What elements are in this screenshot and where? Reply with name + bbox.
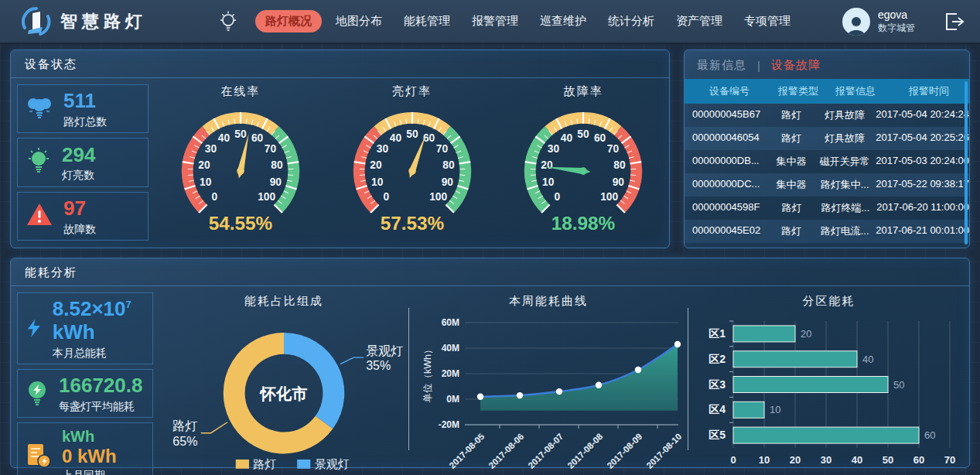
alarm-cell: 路灯集中... xyxy=(814,178,876,192)
column-header: 报警信息 xyxy=(822,84,889,98)
overflow-unit: kWh xyxy=(62,428,117,446)
svg-text:0: 0 xyxy=(730,454,736,466)
stat-label: 上月同期 xyxy=(62,469,117,475)
alarm-tabs: 最新信息|设备故障 xyxy=(685,50,969,79)
svg-text:区2: 区2 xyxy=(709,353,726,365)
svg-text:40: 40 xyxy=(218,132,230,144)
svg-text:70: 70 xyxy=(944,454,954,466)
nav-item-5[interactable]: 巡查维护 xyxy=(532,10,594,32)
tab-1[interactable]: 最新信息 xyxy=(697,58,746,73)
alarm-rows: 000000045B67路灯灯具故障2017-05-04 20:24:24000… xyxy=(685,104,969,248)
streetlight-group-icon xyxy=(26,94,53,124)
nav-item-6[interactable]: 统计分析 xyxy=(600,10,662,32)
svg-text:0: 0 xyxy=(211,191,217,203)
nav-item-2[interactable]: 地图分布 xyxy=(328,10,390,32)
alarm-panel: 最新信息|设备故障 设备编号报警类型报警信息报警时间 000000045B67路… xyxy=(684,50,970,248)
bar-title: 分区能耗 xyxy=(803,294,855,309)
gauges: 在线率 0102030405060708090100 54.55% 亮灯率 01… xyxy=(155,78,669,247)
svg-text:路灯: 路灯 xyxy=(172,419,197,432)
alarm-row[interactable]: 000000045F路灯路灯电压2017-06-06 01:00:00 xyxy=(685,243,969,248)
nav-item-4[interactable]: 报警管理 xyxy=(464,10,526,32)
alarm-cell: 000000045B67 xyxy=(685,108,769,122)
svg-text:57.53%: 57.53% xyxy=(380,213,444,234)
device-status-title: 设备状态 xyxy=(11,50,669,78)
svg-text:20M: 20M xyxy=(442,368,459,379)
svg-text:0: 0 xyxy=(383,191,389,203)
alarm-cell: 2017-06-06 01:00:00 xyxy=(876,248,969,248)
alarm-cell: 灯具故障 xyxy=(814,132,876,145)
column-header: 报警类型 xyxy=(774,84,822,98)
gauge-title: 在线率 xyxy=(220,84,260,99)
user-org: 数字城管 xyxy=(878,22,915,34)
stat-label: 路灯总数 xyxy=(63,115,107,128)
logout-icon xyxy=(943,12,965,32)
svg-text:90: 90 xyxy=(441,176,453,188)
nav-item-7[interactable]: 资产管理 xyxy=(668,10,730,32)
svg-text:18.98%: 18.98% xyxy=(551,213,616,234)
bar-chart-svg: 20 区1 40 区2 50 区3 10 区4 60 区5 0102030405… xyxy=(693,310,965,474)
user-silhouette-icon xyxy=(845,14,868,36)
stat-label: 每盏灯平均能耗 xyxy=(59,400,142,412)
svg-text:60: 60 xyxy=(913,454,924,466)
alarm-row[interactable]: 000000045B67路灯灯具故障2017-05-04 20:24:24 xyxy=(685,104,969,127)
alarm-cell: 路灯 xyxy=(769,224,814,238)
svg-text:50: 50 xyxy=(578,128,590,140)
gauge-title: 故障率 xyxy=(564,84,603,99)
gauge-chart: 0102030405060708090100 57.53% xyxy=(330,99,494,240)
svg-text:35%: 35% xyxy=(366,358,391,372)
alarm-row[interactable]: 00000004598F路灯路灯终端...2017-06-20 11:00:00 xyxy=(685,196,969,220)
stat-label: 本月总能耗 xyxy=(53,347,145,359)
alarm-row[interactable]: 00000000DC...集中器路灯集中...2017-05-22 09:38:… xyxy=(685,173,969,196)
alarm-row[interactable]: 000000046054路灯灯具故障2017-05-04 20:25:26 xyxy=(685,127,969,150)
column-header: 设备编号 xyxy=(685,84,774,98)
svg-text:20: 20 xyxy=(370,159,382,171)
energy-panel: 能耗分析 8.52×107 kWh 本月总能耗 166720.8 xyxy=(10,258,970,468)
svg-text:50: 50 xyxy=(882,454,893,466)
alarm-cell: 2017-05-04 20:24:24 xyxy=(876,108,969,122)
svg-text:单位（kWh）: 单位（kWh） xyxy=(422,345,433,403)
nav-item-3[interactable]: 能耗管理 xyxy=(396,10,458,32)
table-scrollbar[interactable] xyxy=(965,81,968,244)
svg-text:50: 50 xyxy=(406,128,418,140)
stat-month-total: 8.52×107 kWh 本月总能耗 xyxy=(17,292,153,364)
svg-text:10: 10 xyxy=(371,176,384,188)
svg-text:20: 20 xyxy=(541,159,554,171)
svg-text:10: 10 xyxy=(758,454,769,466)
pie-legend: 路灯 景观灯 xyxy=(236,457,350,470)
alarm-cell: 路灯 xyxy=(769,201,814,215)
stat-label: 故障数 xyxy=(63,223,96,235)
alarm-cell: 2017-06-20 11:00:00 xyxy=(876,201,969,215)
report-bolt-icon xyxy=(26,441,52,469)
svg-text:怀化市: 怀化市 xyxy=(258,385,307,402)
line-section: 本周能耗曲线 60M40M20M0M-20M2017-08-052017-08-… xyxy=(409,286,688,467)
svg-text:90: 90 xyxy=(613,176,625,188)
avatar[interactable] xyxy=(842,8,870,36)
energy-title: 能耗分析 xyxy=(11,258,969,286)
svg-text:100: 100 xyxy=(429,191,447,203)
pie-chart-svg: 怀化市 景观灯 35% 路灯 65% 路灯 景观灯 xyxy=(159,310,408,471)
svg-text:景观灯: 景观灯 xyxy=(366,343,403,357)
device-stat-3: 97 故障数 xyxy=(17,192,149,241)
energy-stats: 8.52×107 kWh 本月总能耗 166720.8 每盏灯平均能耗 xyxy=(11,286,159,467)
alarm-cell: 路灯 xyxy=(769,108,814,122)
alarm-cell: 000000045E02 xyxy=(685,224,769,238)
alarm-cell: 2017-05-22 09:38:17 xyxy=(876,178,969,192)
svg-text:65%: 65% xyxy=(172,434,197,448)
nav-item-8[interactable]: 专项管理 xyxy=(736,10,798,32)
alarm-row[interactable]: 000000045E02路灯路灯电流...2017-06-21 00:01:00 xyxy=(685,220,969,243)
svg-text:80: 80 xyxy=(442,159,455,171)
svg-text:50: 50 xyxy=(234,128,247,140)
pie-title: 能耗占比组成 xyxy=(244,294,323,309)
svg-text:30: 30 xyxy=(376,143,388,155)
tab-2[interactable]: 设备故障 xyxy=(771,58,821,73)
svg-text:-20M: -20M xyxy=(439,419,459,430)
alarm-cell: 000000045F xyxy=(685,248,769,248)
device-stat-2: 294 灯亮数 xyxy=(17,138,149,186)
svg-text:54.55%: 54.55% xyxy=(209,213,273,234)
svg-text:区5: 区5 xyxy=(709,429,726,441)
logout-button[interactable] xyxy=(943,12,965,32)
alarm-row[interactable]: 00000000DB...集中器磁开关异常2017-05-03 20:24:00 xyxy=(685,150,969,173)
nav-item-1[interactable]: 路灯概况 xyxy=(255,10,322,32)
bulb-on-icon xyxy=(26,147,52,178)
alarm-cell: 路灯电流... xyxy=(814,224,876,238)
